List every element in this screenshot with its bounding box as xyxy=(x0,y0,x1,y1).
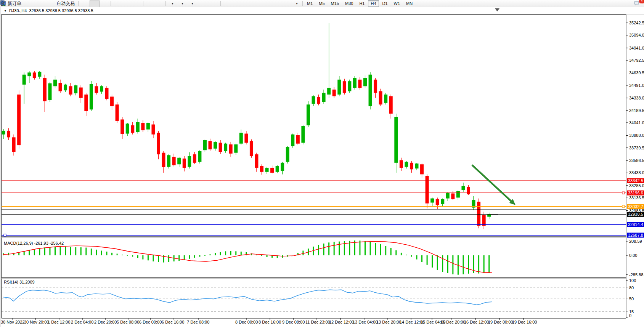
search-button[interactable] xyxy=(623,0,633,7)
rsi-indicator-label: RSI(14) 31.2009 xyxy=(4,280,35,284)
time-axis-label: 16 Dec 12:00 xyxy=(464,320,489,324)
horizontal-line-button[interactable] xyxy=(232,0,242,7)
chart-shift-button[interactable] xyxy=(154,0,164,7)
candle xyxy=(461,186,465,190)
candle xyxy=(353,78,357,88)
autotrade-button-label: 自动交易 xyxy=(55,0,76,7)
dropdown-caret-icon[interactable]: ▾ xyxy=(296,2,297,5)
vertical-line-button[interactable] xyxy=(222,0,232,7)
bar-chart-button[interactable] xyxy=(80,0,90,7)
chart-window-bg xyxy=(0,7,644,327)
candle xyxy=(146,123,150,129)
time-axis-label: 19 Dec 16:00 xyxy=(512,320,537,324)
timeframe-M15[interactable]: M15 xyxy=(328,0,342,7)
timeframe-M5[interactable]: M5 xyxy=(316,0,327,7)
timeframe-MN[interactable]: MN xyxy=(403,0,415,7)
zoom-out-button[interactable] xyxy=(122,0,132,7)
community-button[interactable] xyxy=(34,0,43,7)
candle xyxy=(38,72,41,77)
templates-button[interactable]: ▾ xyxy=(187,0,197,7)
crosshair-button[interactable] xyxy=(209,0,219,7)
timeframe-M30[interactable]: M30 xyxy=(342,0,356,7)
candle xyxy=(441,199,444,204)
time-axis-label: 8 Dec 00:00 xyxy=(235,320,258,324)
time-axis-label: 2 Dec 04:00 xyxy=(71,320,93,324)
line-handle[interactable] xyxy=(622,192,625,194)
candle xyxy=(151,125,155,135)
candle xyxy=(327,88,331,95)
timeframe-D1[interactable]: D1 xyxy=(380,0,390,7)
candle xyxy=(43,78,47,101)
candle xyxy=(415,164,419,168)
chart-canvas[interactable]: 35242.535094.034941.034792.534639.534491… xyxy=(0,0,644,327)
candle xyxy=(48,83,51,100)
timeframe-M1[interactable]: M1 xyxy=(304,0,315,7)
autotrade-button[interactable]: 自动交易 xyxy=(53,0,77,7)
periods-button[interactable]: ▾ xyxy=(177,0,187,7)
dropdown-caret-icon[interactable]: ▾ xyxy=(191,2,193,5)
candle xyxy=(84,95,88,111)
candle xyxy=(270,168,274,173)
new-order-button-label: 新订单 xyxy=(6,0,22,7)
new-order-button[interactable]: 新订单 xyxy=(5,0,24,7)
toolbar-separator xyxy=(220,1,221,6)
candle xyxy=(436,199,439,205)
candle xyxy=(487,214,491,216)
price-tick-label: 33438.0 xyxy=(629,170,644,175)
candle xyxy=(239,133,243,143)
deposit-button[interactable] xyxy=(24,0,34,7)
candle xyxy=(322,93,326,102)
candle xyxy=(188,156,191,167)
zoom-in-button[interactable] xyxy=(112,0,122,7)
tile-windows-button[interactable] xyxy=(132,0,142,7)
candle xyxy=(265,168,269,172)
rsi-axis-label: 50 xyxy=(629,297,634,301)
timeframe-H4[interactable]: H4 xyxy=(368,0,379,7)
signals-button[interactable] xyxy=(43,0,53,7)
candle xyxy=(7,131,10,137)
timeframe-H1[interactable]: H1 xyxy=(357,0,367,7)
candle xyxy=(141,123,145,130)
candle xyxy=(214,142,217,148)
arrows-button[interactable]: ▾ xyxy=(291,0,301,7)
price-tick-label: 34941.0 xyxy=(629,46,644,50)
time-axis-label: 1 Dec 12:00 xyxy=(48,320,70,324)
one-click-trading-collapse-icon[interactable]: ▼ xyxy=(4,9,7,13)
indicators-button[interactable]: ▾ xyxy=(167,0,177,7)
toolbar-separator xyxy=(143,1,143,6)
dropdown-caret-icon[interactable]: ▾ xyxy=(172,2,173,5)
line-chart-button[interactable] xyxy=(100,0,109,7)
time-axis-label: 13 Dec 04:00 xyxy=(353,320,377,324)
time-axis-label: 8 Dec 16:00 xyxy=(259,320,281,324)
price-label: 33342.5 xyxy=(628,178,643,183)
candle xyxy=(2,131,5,135)
trendline-button[interactable] xyxy=(242,0,252,7)
candle xyxy=(203,140,207,150)
equidistant-channel-button[interactable]: E xyxy=(252,0,262,7)
macd-axis-label: -285.88 xyxy=(629,272,643,277)
auto-scroll-button[interactable] xyxy=(145,0,154,7)
line-handle[interactable] xyxy=(622,205,625,208)
price-label: 32814.4 xyxy=(628,222,643,227)
candle xyxy=(363,78,367,86)
dropdown-caret-icon[interactable]: ▾ xyxy=(181,2,183,5)
candle xyxy=(426,176,429,204)
candle xyxy=(224,144,227,151)
text-label-button[interactable]: T xyxy=(281,0,291,7)
candle xyxy=(276,166,279,172)
cursor-button[interactable] xyxy=(199,0,209,7)
toolbar-separator xyxy=(165,1,166,6)
rsi-axis-label: 80 xyxy=(629,285,634,290)
candle xyxy=(369,75,372,106)
chat-button[interactable]: 1 xyxy=(633,0,643,7)
candle xyxy=(74,85,77,93)
timeframe-W1[interactable]: W1 xyxy=(391,0,403,7)
text-button[interactable]: A xyxy=(271,0,281,7)
candle xyxy=(250,141,253,156)
line-handle[interactable] xyxy=(4,234,6,236)
price-tick-label: 33739.5 xyxy=(629,146,644,150)
candlestick-button[interactable] xyxy=(90,0,100,7)
fibonacci-button[interactable]: F xyxy=(262,0,271,7)
price-label: 33196.6 xyxy=(628,191,643,195)
price-label: 32687.8 xyxy=(628,233,643,237)
